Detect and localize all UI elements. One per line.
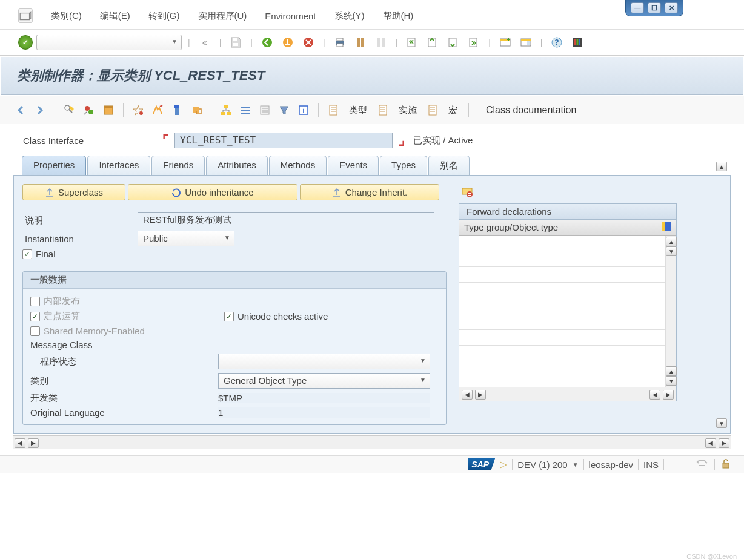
status-nav-icon[interactable]: ▷ (500, 459, 507, 470)
system-menu-icon[interactable] (18, 8, 33, 23)
main-hscroll-right2-icon[interactable]: ▶ (719, 438, 729, 448)
check-icon[interactable] (100, 102, 117, 118)
instantiation-select[interactable]: Public (138, 231, 234, 246)
window-minimize-button[interactable]: — (631, 2, 644, 13)
unicode-checkbox[interactable]: ✓ (224, 312, 234, 321)
save-icon[interactable] (227, 35, 244, 50)
customize-icon[interactable] (569, 35, 586, 50)
main-hscroll-left-icon[interactable]: ◀ (15, 438, 25, 448)
align-icon[interactable] (237, 102, 254, 118)
tab-methods[interactable]: Methods (269, 156, 327, 175)
first-page-icon[interactable] (404, 35, 420, 50)
fwd-row[interactable] (459, 314, 665, 330)
fwd-row[interactable] (459, 267, 665, 283)
other-object-icon[interactable] (81, 102, 98, 118)
tab-interfaces[interactable]: Interfaces (87, 156, 150, 175)
class-interface-field[interactable]: YCL_REST_TEST (174, 133, 393, 148)
list-icon[interactable] (256, 102, 273, 118)
ok-icon[interactable]: ✓ (18, 35, 33, 50)
print-icon[interactable] (331, 35, 348, 50)
fwd-scroll-up-icon[interactable]: ▲ (666, 237, 677, 246)
description-field[interactable]: RESTful服务发布测试 (138, 212, 434, 228)
fwd-row[interactable] (459, 251, 665, 267)
hierarchy-icon[interactable] (218, 102, 234, 118)
fwd-scroll-down-icon[interactable]: ▼ (666, 246, 677, 256)
menu-utilities[interactable]: 实用程序(U) (198, 10, 247, 22)
status-system[interactable]: DEV (1) 200 (517, 460, 568, 470)
filter-icon[interactable] (276, 102, 293, 118)
fwd-row[interactable] (459, 330, 665, 346)
menu-environment[interactable]: Environment (265, 11, 316, 21)
last-page-icon[interactable] (465, 35, 482, 50)
layout-icon[interactable] (517, 35, 534, 50)
fwd-hscroll-right-icon[interactable]: ▶ (475, 390, 486, 400)
find-next-icon[interactable] (373, 35, 390, 50)
info-icon[interactable]: i (295, 102, 312, 118)
main-vscroll-down-icon[interactable]: ▼ (716, 418, 727, 428)
fwd-row[interactable] (459, 283, 665, 298)
impl-button[interactable]: 实施 (394, 104, 422, 117)
fwd-row[interactable] (459, 236, 665, 251)
impl-doc-icon[interactable] (374, 102, 391, 118)
tab-friends[interactable]: Friends (151, 156, 205, 175)
fwd-scroll-up2-icon[interactable]: ▲ (666, 366, 677, 376)
activate-icon[interactable] (130, 102, 147, 118)
menu-help[interactable]: 帮助(H) (383, 10, 414, 22)
change-inherit-button[interactable]: Change Inherit. (300, 184, 439, 200)
new-session-icon[interactable] (497, 35, 514, 50)
menu-goto[interactable]: 转到(G) (148, 10, 180, 22)
macro-doc-icon[interactable] (424, 102, 441, 118)
next-page-icon[interactable] (445, 35, 462, 50)
types-button[interactable]: 类型 (344, 104, 372, 117)
superclass-button[interactable]: Superclass (22, 184, 125, 200)
main-vscroll-up-icon[interactable]: ▲ (716, 162, 727, 171)
tab-attributes[interactable]: Attributes (206, 156, 267, 175)
macro-button[interactable]: 宏 (443, 104, 462, 117)
fwd-column-config-icon[interactable] (662, 222, 671, 232)
status-transport-icon[interactable] (696, 458, 709, 471)
window-close-button[interactable]: ✕ (665, 2, 678, 13)
prog-status-select[interactable] (218, 354, 430, 369)
window-maximize-button[interactable]: ☐ (648, 2, 661, 13)
help-icon[interactable]: ? (548, 35, 565, 50)
final-checkbox[interactable]: ✓ (22, 249, 32, 259)
class-documentation-button[interactable]: Class documentation (475, 104, 587, 117)
fwd-toolbar-icon[interactable] (459, 184, 476, 200)
fwd-hscroll-left2-icon[interactable]: ◀ (649, 390, 660, 400)
menu-edit[interactable]: 编辑(E) (100, 10, 130, 22)
main-hscroll-right-icon[interactable]: ▶ (28, 438, 39, 448)
back-icon[interactable] (259, 35, 276, 50)
fwd-column-header[interactable]: Type group/Object type (464, 222, 558, 232)
local-types-icon[interactable] (188, 102, 205, 118)
nav-forward-icon[interactable] (32, 102, 48, 118)
display-edit-icon[interactable] (61, 102, 78, 118)
where-used-icon[interactable] (149, 102, 166, 118)
orig-lang-field[interactable]: 1 (218, 407, 430, 418)
fwd-scroll-down2-icon[interactable]: ▼ (666, 376, 677, 386)
menu-class[interactable]: 类别(C) (51, 10, 82, 22)
find-icon[interactable] (352, 35, 369, 50)
fwd-hscroll-right2-icon[interactable]: ▶ (663, 390, 674, 400)
prev-page-icon[interactable] (424, 35, 441, 50)
tab-properties[interactable]: Properties (22, 156, 86, 175)
undo-inheritance-button[interactable]: Undo inheritance (128, 184, 297, 200)
main-hscroll-left2-icon[interactable]: ◀ (705, 438, 716, 448)
types-doc-icon[interactable] (325, 102, 342, 118)
fwd-row[interactable] (459, 298, 665, 314)
exit-icon[interactable] (279, 35, 296, 50)
tab-types[interactable]: Types (380, 156, 427, 175)
back-double-icon[interactable]: « (196, 35, 213, 50)
package-field[interactable]: $TMP (218, 393, 430, 403)
test-icon[interactable] (168, 102, 185, 118)
fwd-hscroll-left-icon[interactable]: ◀ (462, 390, 473, 400)
prog-status-label: 程序状态 (30, 356, 218, 367)
tab-aliases[interactable]: 别名 (428, 156, 470, 175)
cancel-icon[interactable] (300, 35, 317, 50)
status-lock-icon[interactable] (720, 458, 732, 471)
category-select[interactable]: General Object Type (218, 373, 430, 389)
tab-events[interactable]: Events (328, 156, 379, 175)
nav-back-icon[interactable] (12, 102, 29, 118)
command-field[interactable] (36, 35, 182, 50)
menu-system[interactable]: 系统(Y) (334, 10, 365, 22)
fwd-row[interactable] (459, 346, 665, 361)
